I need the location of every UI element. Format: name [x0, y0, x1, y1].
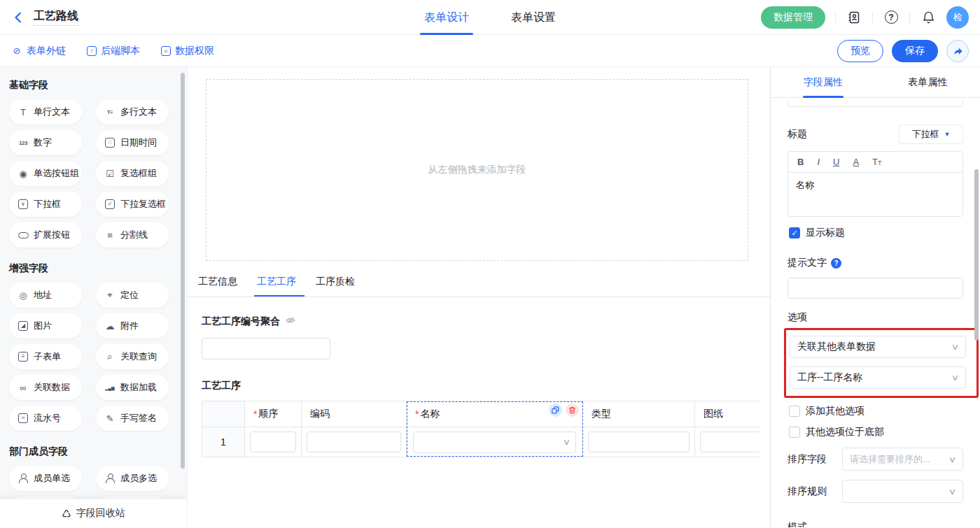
- help-icon[interactable]: ?: [883, 9, 899, 26]
- field-pill-label: 手写签名: [120, 412, 157, 424]
- tab-form-properties[interactable]: 表单属性: [876, 67, 980, 97]
- field-pill[interactable]: ≈流水号: [9, 406, 82, 431]
- field-pill[interactable]: ∞关联数据: [9, 375, 82, 400]
- data-manage-button[interactable]: 数据管理: [761, 6, 825, 29]
- field-pill[interactable]: ▂▄▆数据加载: [96, 375, 169, 400]
- column-header: [202, 401, 244, 427]
- title-editor-text[interactable]: 名称: [788, 173, 962, 216]
- field-pill-label: 单行文本: [34, 106, 70, 118]
- tab-form-settings[interactable]: 表单设置: [511, 0, 556, 35]
- sort-field-select[interactable]: 请选择需要排序的... ∨: [842, 448, 963, 471]
- copy-icon[interactable]: [549, 404, 562, 417]
- field-pill[interactable]: 123数字: [9, 130, 82, 155]
- field-pill[interactable]: ⌕关联查询: [96, 344, 169, 369]
- form-toolbar: ⊘ 表单外链 / 后端脚本 ılı 数据权限 预览 保存: [0, 35, 980, 67]
- field-pill[interactable]: ◎地址: [9, 283, 82, 308]
- required-asterisk: *: [415, 408, 419, 420]
- aggregate-field-input[interactable]: [202, 338, 330, 359]
- name-column-select[interactable]: ∨: [413, 431, 576, 453]
- properties-panel: 字段属性 表单属性 标题 下拉框 ▼ BIUATT 名称 ✓ 显示标题 提示: [770, 67, 980, 527]
- sort-rule-label: 排序规则: [788, 485, 827, 498]
- field-pill-label: 数字: [34, 136, 52, 149]
- column-cell: 1: [202, 427, 244, 457]
- chevron-down-icon: ∨: [951, 373, 959, 383]
- field-dropzone[interactable]: 从左侧拖拽来添加字段: [206, 79, 748, 261]
- field-pill[interactable]: ✎手写签名: [96, 406, 169, 431]
- field-pill[interactable]: ◉单选按钮组: [9, 161, 82, 186]
- linked-data-icon: ∞: [18, 382, 29, 393]
- subform-column-selected[interactable]: *名称∨: [407, 401, 583, 457]
- field-recycle-bin[interactable]: ♺ 字段回收站: [0, 499, 187, 527]
- row-number: 1: [220, 436, 226, 448]
- sort-field-label: 排序字段: [788, 453, 827, 466]
- field-pill[interactable]: 成员单选: [9, 466, 82, 491]
- cell-input[interactable]: [588, 431, 690, 452]
- bell-icon[interactable]: [920, 9, 937, 26]
- serial-number-icon: ≈: [18, 413, 29, 424]
- preview-button[interactable]: 预览: [837, 40, 883, 62]
- cell-input[interactable]: [307, 431, 401, 452]
- tab-process-info[interactable]: 工艺信息: [198, 276, 237, 297]
- field-pill-label: 定位: [120, 289, 139, 301]
- sidebar-scrollbar[interactable]: [181, 73, 185, 469]
- location-icon: ⌖: [104, 290, 115, 301]
- cell-input[interactable]: [700, 431, 760, 452]
- subform-column[interactable]: 1: [202, 401, 245, 457]
- field-pill[interactable]: ☁附件: [96, 313, 169, 338]
- subform-column[interactable]: *顺序: [245, 401, 302, 457]
- font-color-icon[interactable]: A: [853, 157, 859, 167]
- field-pill[interactable]: ☑复选框组: [96, 161, 169, 186]
- form-external-link[interactable]: ⊘ 表单外链: [11, 45, 66, 57]
- avatar[interactable]: 检: [946, 6, 969, 29]
- field-pill[interactable]: ◢图片: [9, 313, 82, 338]
- field-pill[interactable]: ≡子表单: [9, 344, 82, 369]
- panel-scrollbar[interactable]: [974, 169, 979, 341]
- bold-icon[interactable]: B: [797, 157, 804, 167]
- field-pill[interactable]: 扩展按钮: [9, 222, 82, 248]
- option-source-select[interactable]: 关联其他表单数据 ∨: [790, 336, 966, 358]
- underline-icon[interactable]: U: [833, 157, 839, 167]
- hint-text-label: 提示文字: [788, 257, 827, 269]
- hint-help-icon[interactable]: ?: [831, 258, 841, 269]
- field-pill[interactable]: ≡分割线: [96, 222, 169, 248]
- address-book-icon[interactable]: [846, 9, 862, 26]
- form-design-canvas: 从左侧拖拽来添加字段 工艺信息 工艺工序 工序质检 工艺工序编号聚合 工艺工序 …: [188, 67, 770, 527]
- back-icon[interactable]: [11, 10, 27, 25]
- field-pill[interactable]: ∷日期时间: [96, 130, 169, 155]
- add-other-option-checkbox[interactable]: [789, 406, 800, 417]
- hint-text-input[interactable]: [788, 278, 963, 299]
- backend-script-link[interactable]: / 后端脚本: [87, 45, 140, 57]
- title-type-select[interactable]: 下拉框 ▼: [899, 124, 963, 144]
- option-field-select[interactable]: 工序--工序名称 ∨: [790, 366, 966, 389]
- sort-rule-select[interactable]: ∨: [842, 480, 963, 503]
- italic-icon[interactable]: I: [817, 157, 820, 167]
- script-icon: /: [87, 46, 97, 56]
- tab-process-steps[interactable]: 工艺工序: [257, 276, 296, 297]
- subform-column[interactable]: 类型: [583, 401, 695, 457]
- column-cell: ∨: [407, 427, 582, 457]
- options-label: 选项: [788, 311, 963, 324]
- cell-input[interactable]: [250, 431, 296, 452]
- font-size-icon[interactable]: TT: [872, 157, 881, 167]
- field-pill[interactable]: T≡多行文本: [96, 99, 169, 124]
- tab-field-properties[interactable]: 字段属性: [771, 67, 876, 97]
- page-title[interactable]: 工艺路线: [34, 9, 78, 26]
- tab-form-design[interactable]: 表单设计: [424, 0, 469, 35]
- field-pill[interactable]: ⌖定位: [96, 283, 169, 308]
- member-single-icon: [18, 473, 29, 484]
- other-option-bottom-checkbox[interactable]: [789, 427, 800, 438]
- data-permission-link[interactable]: ılı 数据权限: [161, 45, 214, 57]
- field-pill[interactable]: ∨下拉框: [9, 192, 82, 217]
- subform-column[interactable]: 编码: [302, 401, 407, 457]
- save-button[interactable]: 保存: [892, 40, 938, 62]
- title-rich-editor: BIUATT 名称: [788, 151, 963, 217]
- field-pill[interactable]: T单行文本: [9, 99, 82, 124]
- share-icon[interactable]: [946, 40, 969, 62]
- tab-step-inspection[interactable]: 工序质检: [316, 276, 355, 297]
- field-pill[interactable]: ✓下拉复选框: [96, 192, 169, 217]
- truncated-input[interactable]: [788, 101, 963, 107]
- show-title-checkbox[interactable]: ✓: [789, 227, 800, 238]
- field-pill[interactable]: 成员多选: [96, 466, 169, 491]
- delete-icon[interactable]: [566, 404, 579, 417]
- subform-column[interactable]: 图纸: [695, 401, 760, 457]
